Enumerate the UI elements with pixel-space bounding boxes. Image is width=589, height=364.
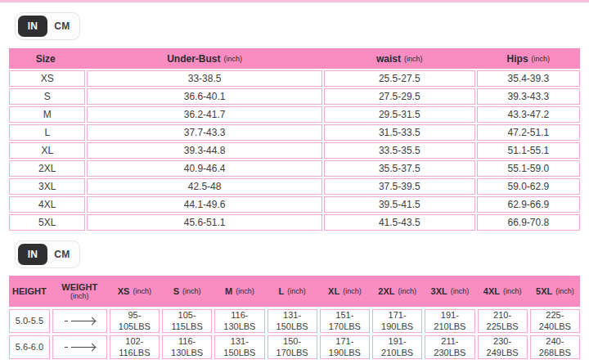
header-m: M(inch) bbox=[214, 276, 264, 307]
waist-cell: 35.5-37.5 bbox=[324, 160, 475, 177]
right-arrow-icon bbox=[65, 344, 95, 350]
waist-cell: 25.5-27.5 bbox=[324, 70, 475, 87]
size-table-unit-cm-button[interactable]: CM bbox=[47, 16, 77, 37]
header-label: XS bbox=[118, 286, 130, 296]
header-unit: (inch) bbox=[503, 287, 522, 295]
weight-cell: 150- 170LBS bbox=[268, 335, 317, 359]
size-table-unit-in-button[interactable]: IN bbox=[18, 16, 47, 37]
weight-cell: 131- 150LBS bbox=[268, 309, 317, 333]
hips-cell: 59.0-62.9 bbox=[477, 178, 580, 195]
under-bust-cell: 37.7-43.3 bbox=[87, 124, 321, 141]
height-cell: 5.0-5.5 bbox=[9, 309, 50, 333]
size-cell: 3XL bbox=[9, 178, 85, 195]
header-4xl: 4XL(inch) bbox=[478, 276, 528, 307]
header-unit: (inch) bbox=[236, 287, 254, 295]
weight-table-unit-toggle: IN CM bbox=[15, 240, 80, 268]
header-unit: (inch) bbox=[555, 287, 574, 295]
header-unit: (inch) bbox=[287, 287, 306, 295]
header-height: HEIGHT bbox=[9, 276, 50, 307]
header-label: XL bbox=[328, 286, 339, 296]
weight-cell: 151- 170LBS bbox=[320, 309, 370, 333]
waist-cell: 33.5-35.5 bbox=[324, 142, 475, 159]
hips-cell: 39.3-43.3 bbox=[477, 88, 580, 105]
waist-cell: 37.5-39.5 bbox=[324, 178, 475, 195]
waist-cell: 41.5-43.5 bbox=[324, 214, 475, 231]
hips-cell: 62.9-66.9 bbox=[477, 196, 580, 213]
weight-table-unit-in-button[interactable]: IN bbox=[18, 244, 47, 265]
weight-cell: 230- 249LBS bbox=[478, 335, 528, 359]
size-cell: 2XL bbox=[9, 160, 85, 177]
weight-cell: 131- 150LBS bbox=[214, 335, 264, 359]
right-arrow-icon bbox=[65, 318, 95, 324]
header-xl: XL(inch) bbox=[320, 276, 370, 307]
header-label: 3XL bbox=[431, 286, 447, 296]
header-label: 4XL bbox=[483, 286, 500, 296]
hips-cell: 66.9-70.8 bbox=[477, 214, 580, 231]
hips-cell: 35.4-39.3 bbox=[477, 70, 580, 87]
header-unit: (inch) bbox=[224, 55, 243, 63]
weight-cell: 105- 115LBS bbox=[162, 309, 212, 333]
header-hips: Hips(inch) bbox=[477, 48, 580, 69]
height-weight-body: 5.0-5.5 95- 105LBS 105- 115LBS 116- 130L… bbox=[9, 309, 580, 359]
header-label: HEIGHT bbox=[12, 286, 47, 296]
under-bust-cell: 39.3-44.8 bbox=[87, 142, 321, 159]
weight-cell: 210- 225LBS bbox=[478, 309, 528, 333]
header-under-bust: Under-Bust(inch) bbox=[87, 48, 321, 69]
weight-cell: 95- 105LBS bbox=[110, 309, 160, 333]
size-table-header-row: Size Under-Bust(inch) waist(inch) Hips(i… bbox=[9, 48, 580, 69]
header-unit: (inch) bbox=[182, 287, 201, 295]
header-label: Size bbox=[36, 53, 56, 65]
hips-cell: 47.2-51.1 bbox=[477, 124, 580, 141]
size-cell: L bbox=[9, 124, 85, 141]
under-bust-cell: 36.2-41.7 bbox=[87, 106, 321, 123]
under-bust-cell: 44.1-49.6 bbox=[87, 196, 321, 213]
hips-cell: 51.1-55.1 bbox=[477, 142, 580, 159]
header-unit: (inch) bbox=[133, 287, 151, 295]
weight-direction-cell bbox=[52, 335, 107, 359]
size-table: Size Under-Bust(inch) waist(inch) Hips(i… bbox=[9, 48, 580, 231]
header-label: WEIGHT bbox=[61, 282, 97, 293]
header-label: waist bbox=[376, 53, 401, 65]
under-bust-cell: 36.6-40.1 bbox=[87, 88, 321, 105]
header-5xl: 5XL(inch) bbox=[530, 276, 580, 307]
size-cell: XS bbox=[9, 70, 85, 87]
header-label: Hips bbox=[507, 53, 528, 65]
header-2xl: 2XL(inch) bbox=[372, 276, 422, 307]
size-cell: 4XL bbox=[9, 196, 85, 213]
waist-cell: 31.5-33.5 bbox=[324, 124, 475, 141]
header-waist: waist(inch) bbox=[324, 48, 475, 69]
under-bust-cell: 45.6-51.1 bbox=[87, 214, 321, 231]
weight-cell: 191- 210LBS bbox=[425, 309, 474, 333]
size-cell: XL bbox=[9, 142, 85, 159]
height-weight-header-row: HEIGHT WEIGHT(inch) XS(inch) S(inch) M(i… bbox=[9, 276, 580, 307]
header-label: M bbox=[225, 286, 232, 296]
weight-cell: 102- 116LBS bbox=[110, 335, 160, 359]
header-unit: (inch) bbox=[343, 287, 362, 295]
size-table-unit-toggle: IN CM bbox=[15, 12, 80, 40]
weight-cell: 191- 210LBS bbox=[372, 335, 422, 359]
waist-cell: 27.5-29.5 bbox=[324, 88, 475, 105]
header-l: L(inch) bbox=[268, 276, 317, 307]
weight-cell: 116- 130LBS bbox=[162, 335, 212, 359]
header-unit: (inch) bbox=[398, 287, 416, 295]
height-cell: 5.6-6.0 bbox=[9, 335, 50, 359]
header-weight: WEIGHT(inch) bbox=[52, 276, 107, 307]
header-3xl: 3XL(inch) bbox=[425, 276, 474, 307]
under-bust-cell: 33-38.5 bbox=[87, 70, 321, 87]
size-cell: M bbox=[9, 106, 85, 123]
weight-cell: 171- 190LBS bbox=[372, 309, 422, 333]
size-cell: S bbox=[9, 88, 85, 105]
header-size: Size bbox=[9, 48, 85, 69]
header-unit: (inch) bbox=[451, 287, 470, 295]
under-bust-cell: 42.5-48 bbox=[87, 178, 321, 195]
header-xs: XS(inch) bbox=[110, 276, 160, 307]
weight-table-unit-cm-button[interactable]: CM bbox=[47, 244, 77, 265]
height-weight-table: HEIGHT WEIGHT(inch) XS(inch) S(inch) M(i… bbox=[9, 276, 580, 359]
weight-cell: 211- 230LBS bbox=[425, 335, 474, 359]
size-table-body: XS 33-38.5 25.5-27.5 35.4-39.3 S 36.6-40… bbox=[9, 70, 580, 231]
weight-direction-cell bbox=[52, 309, 107, 333]
header-label: 2XL bbox=[378, 286, 394, 296]
header-label: 5XL bbox=[536, 286, 552, 296]
waist-cell: 29.5-31.5 bbox=[324, 106, 475, 123]
header-label: Under-Bust bbox=[167, 53, 220, 65]
